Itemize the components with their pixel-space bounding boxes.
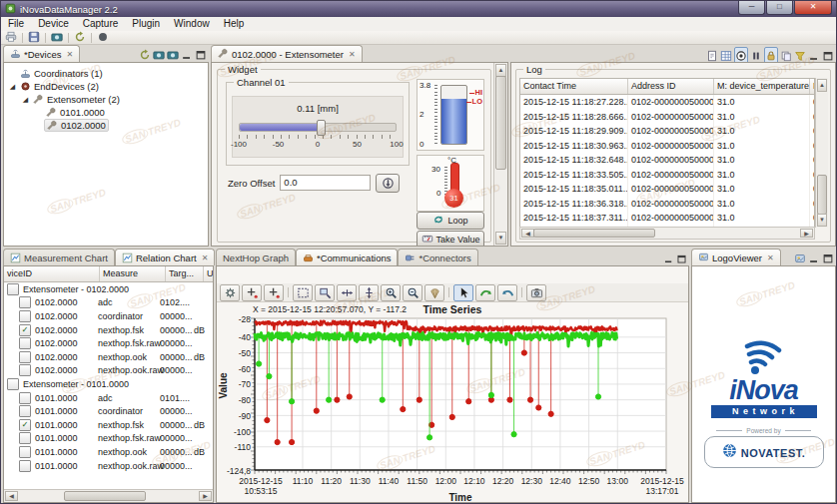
zero-offset-input[interactable]: 0.0 xyxy=(280,175,371,191)
channel-slider[interactable] xyxy=(239,123,397,132)
measurement-group-row[interactable]: Extensometer - 0101.0000 xyxy=(4,377,213,391)
menu-help[interactable]: Help xyxy=(217,17,252,31)
measurement-row[interactable]: 0102.0000nexthop.ook00000...dB xyxy=(4,350,213,364)
refresh-button[interactable] xyxy=(74,29,86,47)
log-column-header[interactable]: Contact Time xyxy=(520,79,628,94)
log-row[interactable]: 2015-12-15 11:18:27.228...0102-000000050… xyxy=(520,95,814,110)
minimize-button[interactable]: ─ xyxy=(738,1,765,15)
measurement-row[interactable]: 0101.0000nexthop.ook00000...dB xyxy=(4,445,213,459)
measurement-row[interactable]: ✓0102.0000nexthop.fsk00000...dB xyxy=(4,323,213,337)
checkbox[interactable] xyxy=(19,296,31,308)
tree-item-extensometer-2-[interactable]: ◢Extensometer (2) xyxy=(4,93,208,106)
log-column-header[interactable]: M: device_temperature [... xyxy=(714,79,810,94)
slider-thumb[interactable] xyxy=(317,120,326,136)
zoomin-button[interactable] xyxy=(381,284,401,301)
checkbox[interactable] xyxy=(19,460,31,472)
measurement-row[interactable]: 0101.0000nexthop.fsk.raw00000... xyxy=(4,432,213,446)
tab-devices[interactable]: *Devices ✕ xyxy=(3,45,80,62)
tree-item-enddevices-2-[interactable]: ◢EndDevices (2) xyxy=(4,80,208,93)
log-row[interactable]: 2015-12-15 11:18:36.318...0102-000000050… xyxy=(520,197,814,212)
save-button[interactable] xyxy=(28,29,40,47)
zoomregion-button[interactable] xyxy=(315,284,335,301)
checkbox[interactable] xyxy=(19,364,31,376)
close-button[interactable]: ✕ xyxy=(794,1,832,15)
checkbox[interactable] xyxy=(7,283,19,295)
scroll-right-icon[interactable]: ▶ xyxy=(199,491,212,501)
checkbox[interactable] xyxy=(19,310,31,322)
measurement-column-header[interactable]: Measure xyxy=(100,266,166,281)
maximize-button[interactable]: □ xyxy=(766,1,793,15)
checkbox[interactable] xyxy=(19,432,31,444)
measurement-column-header[interactable]: viceID xyxy=(4,266,100,281)
tab-nexthop-graph[interactable]: NextHop Graph xyxy=(216,249,296,265)
menu-plugin[interactable]: Plugin xyxy=(125,17,167,31)
undo-button[interactable] xyxy=(475,284,495,301)
scroll-down-icon[interactable]: ▼ xyxy=(495,232,506,245)
checkbox[interactable] xyxy=(19,351,31,363)
gear-button[interactable] xyxy=(220,284,240,301)
take-value-button[interactable]: Take Value xyxy=(417,231,484,247)
tab-extensometer[interactable]: 0102.0000 - Extensometer ✕ xyxy=(211,45,363,62)
measurement-row[interactable]: 0101.0000nexthop.ook.raw00000... xyxy=(4,459,213,473)
scroll-down-icon[interactable]: ▼ xyxy=(817,214,827,227)
checkbox[interactable] xyxy=(7,378,19,390)
scrollbar-thumb[interactable] xyxy=(495,76,506,170)
checkbox[interactable] xyxy=(19,392,31,404)
snapshot-button[interactable] xyxy=(526,284,546,301)
capture-button[interactable] xyxy=(51,29,63,47)
close-tab-icon[interactable]: ✕ xyxy=(202,253,209,262)
close-tab-icon[interactable]: ✕ xyxy=(349,50,356,59)
tab-relation-chart[interactable]: Relation Chart✕ xyxy=(115,249,215,265)
tree-item-0102-0000[interactable]: 0102.0000 xyxy=(4,119,208,132)
close-tab-icon[interactable]: ✕ xyxy=(767,253,774,262)
expander-open-icon[interactable]: ◢ xyxy=(21,96,30,104)
log-horizontal-scrollbar[interactable]: ◀ ▶ xyxy=(519,227,815,240)
scrollbar-thumb[interactable] xyxy=(817,175,827,215)
measurement-row[interactable]: 0101.0000coordinator00000... xyxy=(4,404,213,418)
zoomout-button[interactable] xyxy=(403,284,422,301)
tab--connectors[interactable]: *Connectors xyxy=(398,249,477,265)
addmark-button[interactable] xyxy=(242,284,262,301)
log-row[interactable]: 2015-12-15 11:18:30.963...0102-000000050… xyxy=(520,139,814,154)
expandy-button[interactable] xyxy=(359,284,379,301)
log-vertical-scrollbar[interactable]: ▲ ▼ xyxy=(815,78,828,228)
tab-logoviewer[interactable]: LogoViewer ✕ xyxy=(691,249,781,265)
measurement-row[interactable]: ✓0101.0000nexthop.fsk00000...dB xyxy=(4,418,213,432)
expander-open-icon[interactable]: ◢ xyxy=(8,83,17,91)
scroll-left-icon[interactable]: ◀ xyxy=(5,491,18,501)
measurement-column-header[interactable]: Unit xyxy=(204,266,214,281)
scrollbar-thumb[interactable] xyxy=(533,229,655,238)
measurement-row[interactable]: 0102.0000nexthop.ook.raw00000... xyxy=(4,364,213,378)
close-tab-icon[interactable]: ✕ xyxy=(67,50,74,59)
measurement-group-row[interactable]: Extensometer - 0102.0000 xyxy=(4,282,213,296)
checkbox[interactable] xyxy=(19,337,31,349)
print-button[interactable] xyxy=(5,29,17,47)
editor-vertical-scrollbar[interactable]: ▲ ▼ xyxy=(493,63,507,246)
zero-offset-apply-button[interactable] xyxy=(376,174,400,193)
loop-button[interactable]: Loop xyxy=(417,212,484,230)
log-row[interactable]: 2015-12-15 11:18:35.011...0102-000000050… xyxy=(520,182,814,197)
measurement-row[interactable]: 0102.0000nexthop.fsk.raw00000... xyxy=(4,336,213,350)
measurement-row[interactable]: 0101.0000adc0101.... xyxy=(4,391,213,405)
scrollbar-thumb[interactable] xyxy=(64,491,146,501)
log-row[interactable]: 2015-12-15 11:18:37.311...0102-000000050… xyxy=(520,211,814,226)
log-column-header[interactable]: Address ID xyxy=(628,79,714,94)
pan-button[interactable] xyxy=(424,284,444,301)
chart-plot[interactable] xyxy=(217,316,676,486)
addmark-button[interactable] xyxy=(264,284,284,301)
tab--communications[interactable]: *Communications xyxy=(296,249,398,265)
log-row[interactable]: 2015-12-15 11:18:32.648...0102-000000050… xyxy=(520,153,814,168)
scroll-right-icon[interactable]: ▶ xyxy=(800,229,813,238)
menu-window[interactable]: Window xyxy=(167,17,217,31)
log-row[interactable]: 2015-12-15 11:18:33.505...0102-000000050… xyxy=(520,168,814,183)
measurement-horizontal-scrollbar[interactable]: ◀ ▶ xyxy=(4,489,213,502)
scroll-up-icon[interactable]: ▲ xyxy=(817,79,827,92)
redo-button[interactable] xyxy=(497,284,517,301)
checkbox[interactable]: ✓ xyxy=(19,419,31,431)
cursor-button[interactable] xyxy=(453,284,473,301)
checkbox[interactable] xyxy=(19,405,31,417)
measurement-row[interactable]: 0102.0000coordinator00000... xyxy=(4,309,213,323)
stop-button[interactable] xyxy=(97,29,109,47)
tab-measurement-chart[interactable]: Measurement Chart xyxy=(3,249,115,265)
log-row[interactable]: 2015-12-15 11:18:28.666...0102-000000050… xyxy=(520,110,814,125)
